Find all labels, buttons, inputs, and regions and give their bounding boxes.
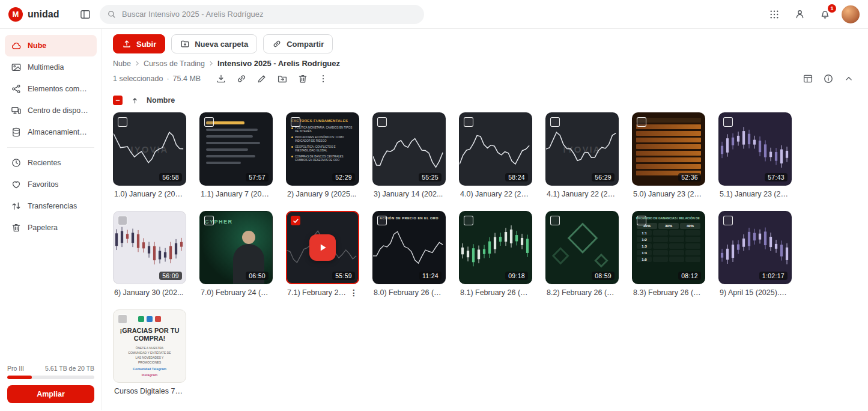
info-icon[interactable] [820, 70, 837, 87]
file-card[interactable]: 58:244.0) January 22 (202... [459, 112, 532, 199]
duration-badge: 09:18 [505, 272, 528, 280]
file-card[interactable]: PROMEDIO DE GANANCIAS / RELACIÓN DE20%30… [632, 211, 705, 297]
rename-icon[interactable] [253, 70, 270, 87]
sidebar-item-transferencias[interactable]: Transferencias [5, 195, 97, 217]
more-options-icon[interactable]: ⋮ [350, 288, 358, 297]
sidebar-item-dispositivos[interactable]: Centro de dispositivos [5, 100, 97, 121]
file-checkbox[interactable] [637, 216, 646, 225]
search-input[interactable] [121, 9, 417, 19]
sidebar-item-multimedia[interactable]: Multimedia [5, 56, 97, 78]
share-button[interactable]: Compartir [263, 34, 333, 53]
sort-ascending-icon[interactable] [129, 94, 141, 106]
duration-badge: 08:12 [678, 272, 701, 280]
file-card[interactable]: 52:365.0) January 23 (202... [632, 112, 705, 199]
sidebar-item-favoritos[interactable]: Favoritos [5, 174, 97, 195]
file-checkbox[interactable] [723, 117, 733, 127]
delete-icon[interactable] [294, 70, 311, 87]
collapse-icon[interactable] [840, 70, 857, 87]
upload-button[interactable]: Subir [113, 34, 165, 53]
breadcrumb-item-cursos[interactable]: Cursos de Trading [144, 59, 205, 68]
file-card[interactable]: 55:253) January 14 (202... [372, 112, 446, 199]
file-card[interactable]: 55:597.1) February 24 (202...⋮ [286, 211, 359, 297]
file-thumbnail[interactable]: 09:18 [459, 211, 532, 284]
mega-logo-icon[interactable]: M [8, 7, 23, 22]
play-button[interactable] [309, 234, 336, 261]
file-thumbnail[interactable]: PROMEDIO DE GANANCIAS / RELACIÓN DE20%30… [632, 211, 705, 284]
file-thumbnail[interactable]: 55:59 [286, 211, 359, 284]
file-checkbox[interactable] [723, 216, 733, 225]
file-thumbnail[interactable]: IYOVIA56:58 [113, 112, 186, 186]
file-checkbox[interactable] [204, 216, 214, 225]
select-all-checkbox[interactable] [113, 96, 123, 105]
table-view-icon[interactable] [800, 70, 816, 87]
more-options-icon[interactable] [315, 70, 332, 87]
file-thumbnail[interactable]: 57:43 [718, 112, 792, 186]
file-thumbnail[interactable]: 55:25 [372, 112, 446, 186]
file-thumbnail[interactable]: 56:09 [113, 211, 186, 284]
transfer-icon [11, 201, 22, 212]
file-checkbox[interactable] [377, 216, 387, 225]
file-thumbnail[interactable]: ACCIÓN DE PRECIO EN EL ORO11:24 [372, 211, 446, 284]
file-checkbox[interactable] [118, 216, 127, 225]
breadcrumb-item-nube[interactable]: Nube [113, 59, 131, 68]
file-card[interactable]: FACTORES FUNDAMENTALESPOLÍTICA MONETARIA… [286, 112, 359, 199]
file-card[interactable]: IYOVIA56:581.0) January 2 (202... [113, 112, 186, 199]
notifications-icon[interactable]: 1 [816, 6, 833, 23]
sort-label[interactable]: Nombre [147, 96, 175, 105]
file-checkbox[interactable] [637, 117, 646, 127]
file-thumbnail[interactable]: 08:59 [545, 211, 619, 284]
file-checkbox[interactable] [204, 117, 214, 127]
file-thumbnail[interactable]: ¡GRACIAS POR TU COMPRA!ÚNETE A NUESTRACO… [113, 309, 186, 383]
file-name: 4.1) January 22 (202... [547, 190, 618, 198]
file-checkbox[interactable] [550, 117, 560, 127]
file-card[interactable]: 57:435.1) January 23 (202... [718, 112, 792, 199]
breadcrumb: Nube Cursos de Trading Intensivo 2025 - … [102, 56, 868, 68]
search-bar[interactable] [100, 5, 424, 24]
file-card[interactable]: IYOVIA56:294.1) January 22 (202... [545, 112, 619, 199]
file-thumbnail[interactable]: 58:24 [459, 112, 532, 186]
file-card[interactable]: 09:188.1) February 26 (202... [459, 211, 532, 297]
file-thumbnail[interactable]: 1:02:17 [718, 211, 792, 284]
file-checkbox[interactable] [118, 314, 127, 324]
new-folder-button[interactable]: Nueva carpeta [171, 34, 257, 53]
storage-progress [7, 376, 94, 379]
account-icon[interactable] [791, 6, 808, 23]
share-button-label: Compartir [287, 40, 324, 49]
file-card[interactable]: 56:096) January 30 (202... [113, 211, 186, 297]
file-card[interactable]: 57:571.1) January 7 (2025... [199, 112, 273, 199]
avatar[interactable] [842, 5, 860, 23]
file-card[interactable]: 1:02:179) April 15 (2025).mp4 [718, 211, 792, 297]
move-icon[interactable] [274, 70, 291, 87]
file-thumbnail[interactable]: FACTORES FUNDAMENTALESPOLÍTICA MONETARIA… [286, 112, 359, 186]
file-card[interactable]: ACCIÓN DE PRECIO EN EL ORO11:248.0) Febr… [372, 211, 446, 297]
apps-grid-icon[interactable] [766, 6, 783, 23]
sidebar-item-recientes[interactable]: Recientes [5, 152, 97, 174]
upgrade-button[interactable]: Ampliar [7, 385, 94, 403]
manage-link-icon[interactable] [233, 70, 250, 87]
file-checkbox[interactable] [550, 216, 560, 225]
file-thumbnail[interactable]: CYPHER06:50 [199, 211, 273, 284]
file-checkbox[interactable] [291, 216, 300, 225]
sidebar-collapse-icon[interactable] [77, 6, 94, 23]
file-checkbox[interactable] [377, 117, 387, 127]
file-checkbox[interactable] [291, 117, 300, 127]
sidebar-item-nube[interactable]: Nube [5, 35, 97, 56]
file-thumbnail[interactable]: IYOVIA56:29 [545, 112, 619, 186]
sidebar-item-compartidos[interactable]: Elementos compartidos [5, 78, 97, 100]
file-checkbox[interactable] [464, 216, 473, 225]
file-checkbox[interactable] [464, 117, 473, 127]
download-icon[interactable] [213, 70, 229, 87]
file-checkbox[interactable] [118, 117, 127, 127]
file-card[interactable]: 08:598.2) February 26 (202... [545, 211, 619, 297]
file-thumbnail[interactable]: 52:36 [632, 112, 705, 186]
duration-badge: 56:29 [592, 173, 615, 181]
file-card[interactable]: ¡GRACIAS POR TU COMPRA!ÚNETE A NUESTRACO… [113, 309, 186, 396]
sidebar-item-papelera[interactable]: Papelera [5, 217, 97, 239]
main-content: Subir Nueva carpeta Compartir Nube Curso… [102, 29, 868, 410]
sidebar-item-objetos[interactable]: Almacenamiento de objetos [5, 121, 97, 143]
topbar-icons: 1 [766, 5, 860, 23]
actions-row: Subir Nueva carpeta Compartir [102, 29, 868, 56]
file-thumbnail[interactable]: 57:57 [199, 112, 273, 186]
duration-badge: 56:58 [159, 173, 182, 181]
file-card[interactable]: CYPHER06:507.0) February 24 (202... [199, 211, 273, 297]
